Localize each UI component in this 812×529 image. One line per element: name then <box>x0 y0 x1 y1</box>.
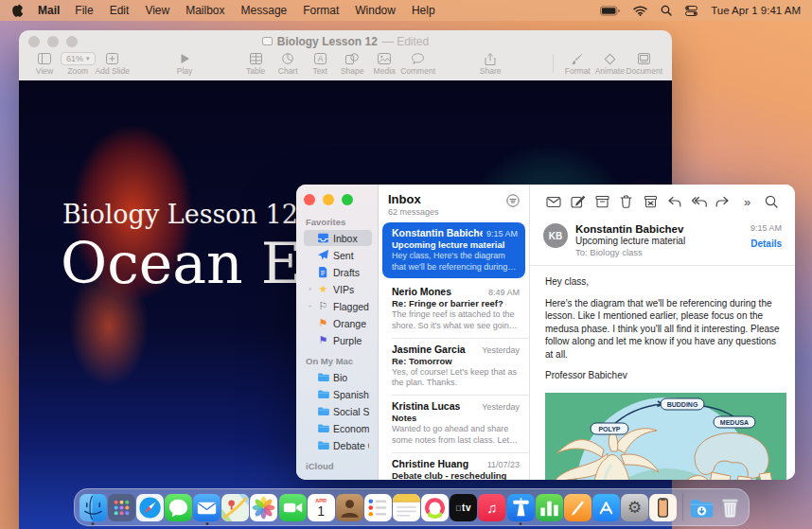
message-row-kristina-lucas[interactable]: Kristina LucasYesterdayNotesWanted to go… <box>379 395 529 451</box>
row-sender: Nerio Mones <box>392 286 451 297</box>
more-icon[interactable]: » <box>737 193 758 210</box>
row-sender: Christine Huang <box>392 458 468 469</box>
forward-icon[interactable] <box>713 193 733 210</box>
dock-iphone-mirroring-icon[interactable] <box>649 494 677 521</box>
chevron-right-icon[interactable]: › <box>307 285 313 293</box>
sidebar-item-label: Orange <box>333 318 366 329</box>
search-icon[interactable] <box>761 193 782 210</box>
junk-icon[interactable] <box>640 193 661 210</box>
dock-downloads-icon[interactable] <box>688 494 715 521</box>
sidebar-item-drafts[interactable]: Drafts <box>304 264 372 280</box>
message-row-nerio-mones[interactable]: Nerio Mones8:49 AMRe: Fringe or barrier … <box>379 280 529 337</box>
minimize-button[interactable] <box>323 194 334 205</box>
menu-message[interactable]: Message <box>241 4 288 17</box>
dock-settings-icon[interactable]: ⚙ <box>621 494 648 521</box>
dock-safari-icon[interactable] <box>136 494 164 521</box>
sidebar-item-bio[interactable]: Bio <box>304 369 372 385</box>
sidebar-item-inbox[interactable]: Inbox <box>304 230 372 246</box>
message-row-konstantin-babichev[interactable]: Konstantin Babichev9:15 AMUpcoming lectu… <box>382 222 525 278</box>
archive-icon[interactable] <box>591 193 612 210</box>
sidebar-item-spanish[interactable]: Spanish <box>304 386 372 402</box>
keynote-tool-add-slide[interactable]: Add Slide <box>96 52 130 76</box>
diagram-label-polyp: POLYP <box>598 425 620 432</box>
control-center-icon[interactable] <box>685 6 697 16</box>
filter-icon[interactable] <box>506 194 520 207</box>
mail-reading-pane: » KB Konstantin Babichev Upcoming lectur… <box>530 185 795 480</box>
keynote-title-bar[interactable]: Biology Lesson 12 — Edited <box>19 30 672 52</box>
folder-icon <box>317 405 329 417</box>
keynote-tool-format[interactable]: Format <box>561 52 593 76</box>
compose-icon[interactable] <box>568 193 589 210</box>
dock-messages-icon[interactable] <box>165 494 192 521</box>
sidebar-item-purple[interactable]: ⚑Purple <box>304 332 372 348</box>
menu-help[interactable]: Help <box>412 4 435 17</box>
dock-calendar-icon[interactable]: APR1 <box>308 494 335 521</box>
dock-keynote-icon[interactable] <box>506 494 534 521</box>
dock-notes-icon[interactable] <box>393 494 420 521</box>
keynote-tool-chart[interactable]: Chart <box>272 52 304 76</box>
dock-reminders-icon[interactable] <box>364 494 392 521</box>
dock-mail-icon[interactable] <box>193 494 221 521</box>
unread-icon[interactable] <box>543 193 564 210</box>
dock-fitness-icon[interactable] <box>421 494 449 521</box>
keynote-tool-text[interactable]: AText <box>304 52 336 76</box>
menu-format[interactable]: Format <box>303 4 339 17</box>
sidebar-item-social-studies[interactable]: Social Studies <box>304 403 372 419</box>
sidebar-item-sent[interactable]: Sent <box>304 247 372 263</box>
keynote-tool-animate[interactable]: Animate <box>593 52 626 76</box>
sidebar-section-on-my-mac: On My Mac <box>306 356 372 366</box>
menu-mailbox[interactable]: Mailbox <box>185 4 224 17</box>
dock-facetime-icon[interactable] <box>278 494 306 521</box>
keynote-tool-shape[interactable]: Shape <box>336 52 368 76</box>
menu-window[interactable]: Window <box>355 4 396 17</box>
keynote-tool-view[interactable]: View <box>28 52 61 76</box>
sidebar-item-debate-club[interactable]: Debate Club <box>304 437 372 453</box>
dock-photos-icon[interactable] <box>250 494 277 521</box>
keynote-tool-share[interactable]: Share <box>474 52 506 76</box>
reply-icon[interactable] <box>664 193 685 210</box>
sidebar-item-vips[interactable]: ›★VIPs <box>304 281 372 297</box>
dock-appletv-icon[interactable]: tv <box>450 494 477 521</box>
row-preview: Yes, of course! Let's keep that as the p… <box>392 367 520 389</box>
mail-traffic-lights[interactable] <box>304 194 372 205</box>
keynote-tool-media[interactable]: Media <box>368 52 400 76</box>
sidebar-item-flagged[interactable]: ›⚐Flagged <box>304 298 372 314</box>
dock-finder-icon[interactable] <box>79 494 107 521</box>
trash-icon[interactable] <box>616 193 637 210</box>
chevron-down-icon[interactable]: › <box>306 303 314 309</box>
menu-view[interactable]: View <box>145 4 169 17</box>
dock-appstore-icon[interactable] <box>592 494 620 521</box>
keynote-tool-comment[interactable]: Comment <box>400 52 435 76</box>
sidebar-item-economics[interactable]: Economics <box>304 420 372 436</box>
zoom-window-button[interactable] <box>342 194 353 205</box>
row-subject: Re: Tomorrow <box>392 356 520 366</box>
message-row-jasmine-garcia[interactable]: Jasmine GarciaYesterdayRe: TomorrowYes, … <box>379 338 529 395</box>
message-row-christine-huang[interactable]: Christine Huang11/07/23Debate club - res… <box>379 452 529 481</box>
apple-menu-icon[interactable] <box>11 4 25 17</box>
dock-launchpad-icon[interactable] <box>108 494 135 521</box>
battery-icon[interactable] <box>600 6 620 16</box>
menu-file[interactable]: File <box>75 4 93 17</box>
dock-music-icon[interactable]: ♫ <box>478 494 505 521</box>
menu-edit[interactable]: Edit <box>110 4 130 17</box>
dock-trash-icon[interactable] <box>716 494 744 521</box>
sidebar-item-orange[interactable]: ⚑Orange <box>304 315 372 331</box>
dock-numbers-icon[interactable] <box>536 494 563 521</box>
active-app-name[interactable]: Mail <box>38 4 60 17</box>
reply-all-icon[interactable] <box>688 193 709 210</box>
dock-contacts-icon[interactable] <box>336 494 363 521</box>
keynote-tool-zoom[interactable]: 61%▾Zoom <box>61 52 96 76</box>
keynote-tool-play[interactable]: Play <box>168 52 201 76</box>
dock-maps-icon[interactable] <box>221 494 249 521</box>
details-link[interactable]: Details <box>750 238 782 249</box>
running-indicator <box>520 522 522 525</box>
close-button[interactable] <box>304 194 315 205</box>
search-icon[interactable] <box>661 5 672 16</box>
keynote-tool-table[interactable]: Table <box>239 52 272 76</box>
dock-pages-icon[interactable] <box>564 494 591 521</box>
menu-items: FileEditViewMailboxMessageFormatWindowHe… <box>75 4 434 17</box>
keynote-tool-document[interactable]: Document <box>626 52 662 76</box>
menu-bar-clock[interactable]: Tue Apr 1 9:41 AM <box>711 5 801 16</box>
wifi-icon[interactable] <box>633 6 647 16</box>
jellyfish-lifecycle-diagram[interactable]: POLYP BUDDING MEDUSA <box>545 393 780 481</box>
